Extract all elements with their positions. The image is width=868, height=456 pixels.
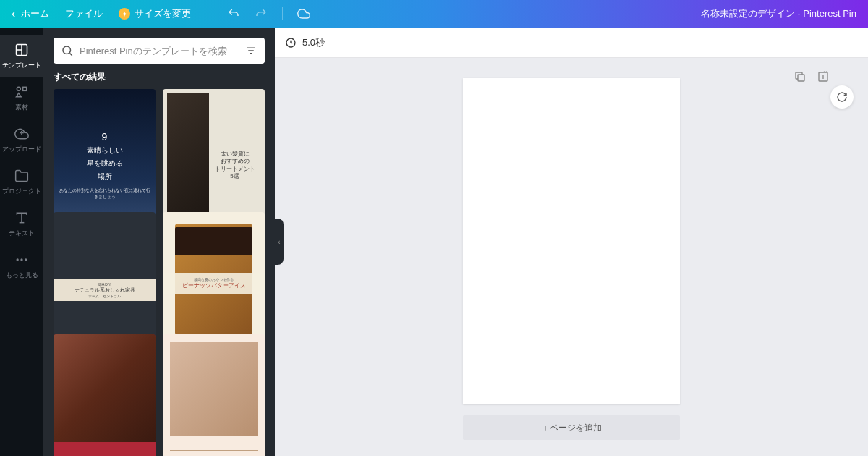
home-label: ホーム [21,7,49,20]
main-layout: テンプレート 素材 アップロード プロジェクト テキスト もっと見る [0,28,868,456]
search-input[interactable] [80,46,239,56]
document-title[interactable]: 名称未設定のデザイン - Pinterest Pin [701,7,856,20]
cloud-sync-icon[interactable] [297,7,310,20]
nav-more[interactable]: もっと見る [0,245,43,287]
svg-point-3 [17,87,20,90]
template-band: 簡単DIY ナチュラル系おしゃれ家具 ホーム・セントラル [54,279,156,301]
template-text: 太い髪質に おすすめの トリートメント 5選 [209,148,260,184]
template-image [54,334,156,442]
elements-icon [14,84,30,100]
nav-uploads[interactable]: アップロード [0,119,43,161]
nav-templates[interactable]: テンプレート [0,35,43,77]
add-page-icon[interactable] [816,69,830,84]
file-menu[interactable]: ファイル [65,7,103,20]
nav-label: もっと見る [6,271,38,280]
results-heading: すべての結果 [43,71,275,89]
add-page-button[interactable]: ＋ページを追加 [463,415,680,440]
resize-label: サイズを変更 [135,7,191,20]
templates-grid: 9 素晴らしい 星を眺める 場所 あなたの特別な人を忘れられない夜に連れて行きま… [43,89,275,456]
nav-rail: テンプレート 素材 アップロード プロジェクト テキスト もっと見る [0,28,43,456]
nav-projects[interactable]: プロジェクト [0,161,43,203]
template-card[interactable]: 美は心の中の光です [54,334,156,456]
reset-zoom-button[interactable] [830,85,854,109]
nav-label: プロジェクト [2,187,41,196]
template-image-top [175,227,252,255]
template-image [170,342,258,436]
svg-marker-5 [17,93,22,96]
top-left-group: ‹ ホーム ファイル ✦ サイズを変更 [12,7,310,20]
nav-label: テキスト [9,229,35,238]
top-bar: ‹ ホーム ファイル ✦ サイズを変更 名称未設定のデザイン - Pintere… [0,0,868,28]
canvas-area: 5.0秒 ＋ページを追加 [275,28,868,456]
redo-icon[interactable] [255,7,268,20]
svg-point-8 [17,258,19,261]
template-band: 最高な夏のおやつを作る ピーナッツバターアイス [163,273,265,294]
svg-point-11 [63,46,71,54]
canvas-toolbar: 5.0秒 [275,28,868,58]
folder-icon [14,168,30,184]
refresh-icon [836,91,848,103]
filter-icon[interactable] [244,44,258,57]
template-band: 美は心の中の光です [54,442,156,456]
page-actions [793,69,830,84]
canvas-main[interactable]: ＋ページを追加 [275,58,868,456]
duplicate-page-icon[interactable] [793,69,807,84]
undo-icon[interactable] [227,7,240,20]
clock-icon[interactable] [285,37,297,48]
toolbar-icons [227,7,310,20]
crown-icon: ✦ [119,8,130,20]
nav-label: 素材 [15,103,28,112]
template-band: すっぴん風 メイク [170,450,258,456]
chevron-left-icon: ‹ [12,7,15,20]
templates-icon [14,42,30,58]
nav-elements[interactable]: 素材 [0,77,43,119]
more-icon [14,252,30,268]
svg-rect-4 [23,87,27,90]
svg-point-9 [20,258,22,261]
duration-label[interactable]: 5.0秒 [302,36,325,49]
svg-rect-17 [798,75,804,81]
template-card[interactable]: すっぴん風 メイク [163,334,265,456]
search-wrap [43,28,275,71]
divider [282,7,283,20]
side-panel: すべての結果 9 素晴らしい 星を眺める 場所 あなたの特別な人を忘れられない夜… [43,28,275,456]
text-icon [14,210,30,226]
nav-label: テンプレート [2,61,41,70]
home-button[interactable]: ‹ ホーム [12,7,49,20]
search-box[interactable] [54,38,265,64]
upload-icon [14,126,30,142]
nav-label: アップロード [2,145,41,154]
canvas-page[interactable] [463,78,680,404]
resize-button[interactable]: ✦ サイズを変更 [119,7,191,20]
search-icon [61,44,74,57]
svg-point-10 [25,258,27,261]
svg-line-12 [69,53,72,55]
nav-text[interactable]: テキスト [0,203,43,245]
